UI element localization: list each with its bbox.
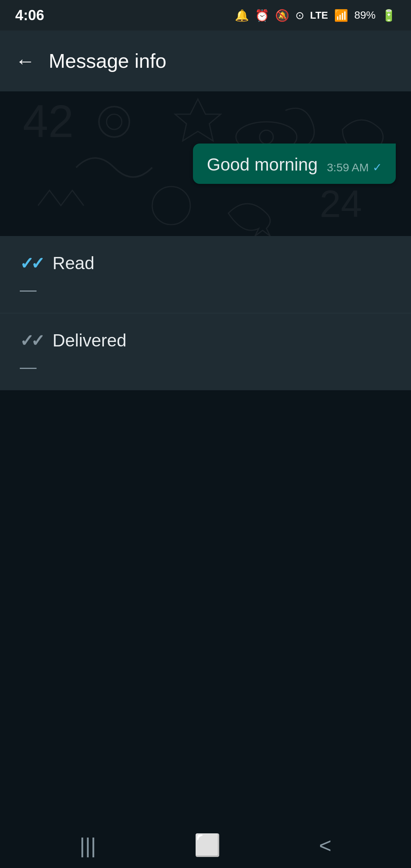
page-title: Message info bbox=[49, 49, 166, 72]
delivered-label: Delivered bbox=[53, 330, 126, 351]
alarm-icon: ⏰ bbox=[255, 9, 269, 22]
status-icons: 🔔 ⏰ 🔕 ⊙ LTE 📶 89% 🔋 bbox=[235, 9, 396, 22]
battery-icon: 🔋 bbox=[382, 9, 396, 22]
back-nav-button[interactable]: < bbox=[319, 833, 331, 858]
location-icon: ⊙ bbox=[295, 9, 304, 22]
svg-point-4 bbox=[260, 130, 273, 144]
svg-point-1 bbox=[99, 107, 129, 137]
read-tick-icon: ✓✓ bbox=[20, 254, 42, 273]
svg-text:42: 42 bbox=[23, 96, 73, 147]
read-header: ✓✓ Read bbox=[20, 253, 391, 273]
bottom-navigation: ||| ⬜ < bbox=[0, 822, 411, 868]
status-bar: 4:06 🔔 ⏰ 🔕 ⊙ LTE 📶 89% 🔋 bbox=[0, 0, 411, 30]
chat-area: 42 24 Good morning 3:59 AM ✓ bbox=[0, 91, 411, 236]
message-text: Good morning bbox=[207, 154, 318, 175]
lte-icon: LTE bbox=[310, 10, 328, 21]
read-dash: — bbox=[20, 280, 391, 299]
battery-indicator: 89% bbox=[354, 9, 376, 21]
svg-point-2 bbox=[107, 114, 122, 129]
message-meta: 3:59 AM ✓ bbox=[327, 161, 382, 175]
delivered-section: ✓✓ Delivered — bbox=[0, 313, 411, 390]
read-label: Read bbox=[53, 253, 94, 273]
info-cards: ✓✓ Read — ✓✓ Delivered — bbox=[0, 236, 411, 390]
notification-icon: 🔔 bbox=[235, 9, 249, 22]
recent-apps-button[interactable]: ||| bbox=[80, 833, 96, 858]
delivered-tick-icon: ✓✓ bbox=[20, 331, 42, 350]
signal-icon: 📶 bbox=[334, 9, 348, 22]
delivered-dash: — bbox=[20, 357, 391, 377]
delivered-header: ✓✓ Delivered bbox=[20, 330, 391, 351]
svg-point-5 bbox=[152, 187, 190, 225]
message-time: 3:59 AM bbox=[327, 161, 369, 174]
svg-text:24: 24 bbox=[320, 182, 362, 225]
app-header: ← Message info bbox=[0, 30, 411, 91]
back-button[interactable]: ← bbox=[15, 49, 35, 72]
read-section: ✓✓ Read — bbox=[0, 236, 411, 313]
message-bubble: Good morning 3:59 AM ✓ bbox=[193, 144, 396, 184]
home-button[interactable]: ⬜ bbox=[194, 833, 221, 858]
message-read-tick: ✓ bbox=[373, 161, 382, 174]
status-time: 4:06 bbox=[15, 7, 44, 24]
mute-icon: 🔕 bbox=[275, 9, 289, 22]
